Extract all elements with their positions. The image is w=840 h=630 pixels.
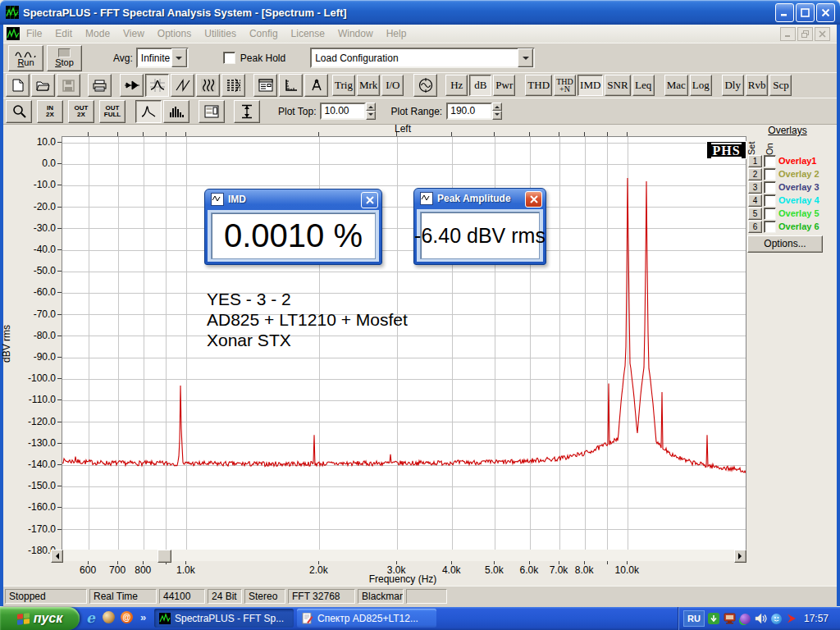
menu-view[interactable]: View [116, 25, 151, 42]
open-file-button[interactable] [31, 74, 55, 97]
toolbar-button-scp[interactable]: Scp [769, 75, 792, 96]
peak-amplitude-window[interactable]: Peak Amplitude -6.40 dBV rms [413, 188, 546, 265]
toolbar-button-rvb[interactable]: Rvb [746, 75, 769, 96]
overlay-on-checkbox-4[interactable] [764, 194, 776, 207]
overlay-on-checkbox-2[interactable] [764, 168, 776, 180]
toolbar-button-io[interactable]: I/O [381, 75, 404, 96]
peak-window-titlebar[interactable]: Peak Amplitude [420, 192, 523, 205]
toolbar-button-snr[interactable]: SNR [605, 75, 630, 96]
toolbar-button-hz[interactable]: Hz [445, 75, 468, 96]
plot-range-spinner[interactable] [492, 103, 502, 120]
display-options-button[interactable] [199, 100, 225, 123]
menu-options[interactable]: Options [151, 25, 198, 42]
mdi-restore-button[interactable] [797, 27, 813, 41]
avg-select[interactable]: Infinite [136, 48, 189, 68]
tray-update-icon[interactable] [707, 612, 720, 625]
toolbar-button-dly[interactable]: Dly [722, 75, 744, 96]
maximize-button[interactable] [796, 3, 815, 22]
close-button[interactable] [816, 3, 835, 22]
overlay-on-checkbox-5[interactable] [764, 208, 776, 220]
overlay-set-button-1[interactable]: 1 [748, 155, 762, 167]
mail-agent-icon[interactable]: @ [120, 610, 134, 624]
tray-messenger-icon[interactable] [769, 612, 783, 625]
toolbar-button-leq[interactable]: Leq [632, 75, 655, 96]
imd-window-titlebar[interactable]: IMD [211, 193, 358, 206]
overlays-options-button[interactable]: Options... [747, 235, 823, 253]
tray-clock[interactable]: 17:57 [804, 613, 829, 624]
plot-top-input[interactable]: 10.00 [320, 103, 366, 120]
overlay-on-checkbox-3[interactable] [764, 181, 776, 194]
toolbar-button-thdn[interactable]: THD +N [554, 75, 576, 96]
zoom-button[interactable] [6, 100, 32, 123]
peak-hold-checkbox[interactable] [223, 52, 235, 64]
menu-license[interactable]: License [285, 25, 331, 42]
menu-utilities[interactable]: Utilities [198, 25, 243, 42]
calipers-button[interactable] [304, 74, 328, 97]
taskbar-task-1[interactable]: Спектр AD825+LT12... [297, 609, 436, 628]
toolbar-button-log[interactable]: Log [690, 75, 712, 96]
avg-dropdown-arrow[interactable] [171, 48, 187, 67]
toolbar-button-trig[interactable]: Trig [332, 75, 355, 96]
internet-explorer-icon[interactable]: e [84, 610, 98, 624]
spectrogram-view-button[interactable] [221, 74, 245, 97]
menu-edit[interactable]: Edit [48, 25, 79, 42]
tray-orb-icon[interactable] [738, 612, 751, 625]
stop-button[interactable]: Stop [47, 45, 82, 71]
overlay-on-checkbox-1[interactable] [764, 155, 776, 167]
toolbar-button-imd[interactable]: IMD [578, 75, 603, 96]
toolbar-button-db[interactable]: dB [469, 75, 491, 96]
bar-plot-mode-button[interactable] [163, 100, 189, 123]
taskbar-task-0[interactable]: SpectraPLUS - FFT Sp... [154, 609, 294, 628]
zoom-out-full-button[interactable]: OUT FULL [99, 100, 126, 123]
signal-generator-button[interactable] [413, 74, 437, 97]
plot-range-input[interactable]: 190.0 [446, 103, 492, 120]
zoom-out-2x-button[interactable]: OUT 2X [68, 100, 94, 123]
vertical-scale-button[interactable] [234, 100, 260, 123]
scale-ruler-button[interactable] [279, 74, 303, 97]
tray-download-icon[interactable] [785, 612, 798, 625]
imd-window[interactable]: IMD 0.0010 % [204, 189, 382, 265]
save-file-button[interactable] [57, 74, 80, 97]
imd-close-button[interactable] [361, 192, 378, 208]
zoom-in-2x-button[interactable]: IN 2X [37, 100, 63, 123]
plot-horizontal-scrollbar[interactable] [51, 550, 745, 561]
scroll-left-button[interactable] [51, 550, 63, 563]
overlay-set-button-5[interactable]: 5 [748, 208, 762, 220]
overlay-set-button-4[interactable]: 4 [748, 194, 762, 207]
scrollbar-thumb[interactable] [158, 550, 171, 563]
plot-top-spinner[interactable] [366, 103, 376, 120]
tray-volume-icon[interactable] [754, 612, 767, 625]
overlay-on-checkbox-6[interactable] [764, 221, 776, 233]
browser-globe-icon[interactable] [102, 610, 116, 624]
menu-help[interactable]: Help [380, 25, 413, 42]
quick-launch-chevron-icon[interactable]: » [140, 611, 146, 623]
menu-mode[interactable]: Mode [79, 25, 116, 42]
waterfall-view-button[interactable] [196, 74, 220, 97]
time-series-view-button[interactable] [171, 74, 194, 97]
spectrum-view-button[interactable] [145, 74, 169, 97]
overlay-set-button-6[interactable]: 6 [748, 221, 762, 233]
toolbar-button-pwr[interactable]: Pwr [493, 75, 515, 96]
print-button[interactable] [88, 74, 112, 97]
minimize-button[interactable] [775, 3, 794, 22]
menu-window[interactable]: Window [331, 25, 380, 42]
scroll-right-button[interactable] [734, 550, 746, 563]
run-button[interactable]: Run [8, 45, 43, 71]
menu-config[interactable]: Config [243, 25, 285, 42]
peak-close-button[interactable] [525, 191, 542, 208]
mdi-close-button[interactable] [815, 27, 830, 41]
menu-file[interactable]: File [20, 25, 48, 42]
tray-display-icon[interactable] [723, 612, 736, 625]
toolbar-button-thd[interactable]: THD [525, 75, 552, 96]
overlay-set-button-2[interactable]: 2 [748, 168, 762, 180]
start-button[interactable]: пуск [0, 607, 80, 630]
language-indicator[interactable]: RU [683, 610, 705, 627]
line-plot-mode-button[interactable] [135, 100, 162, 123]
load-configuration-dropdown-arrow[interactable] [518, 48, 533, 67]
fast-forward-button[interactable] [120, 74, 144, 97]
toolbar-button-mrk[interactable]: Mrk [357, 75, 380, 96]
overlay-set-button-3[interactable]: 3 [748, 181, 762, 194]
load-configuration-select[interactable]: Load Configuration [310, 48, 535, 68]
toolbar-button-mac[interactable]: Mac [664, 75, 688, 96]
new-file-button[interactable] [6, 74, 30, 97]
